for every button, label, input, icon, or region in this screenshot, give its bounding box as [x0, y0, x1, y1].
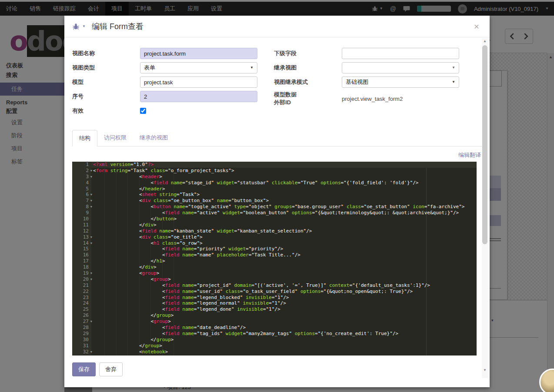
code-line: 12 <field name="kanban_state" widget="ka… [72, 228, 477, 234]
inherited-view-combobox[interactable]: ▼ [342, 62, 459, 73]
view-form: 视图名称 视图类型 表单▼ 模型 序号 [72, 48, 482, 116]
save-button[interactable]: 保存 [72, 362, 96, 376]
field-row-sequence: 序号 [72, 91, 258, 102]
field-row-inherit-mode: 视图继承模式 基础视图▼ [274, 76, 461, 88]
scrollbar-thumb[interactable] [482, 45, 487, 244]
modal-footer: 保存 舍弃 [64, 355, 490, 383]
field-row-view-type: 视图类型 表单▼ [72, 62, 258, 73]
code-line: 10 </button> [72, 216, 477, 222]
code-line: 4 <field name="stage_id" widget="statusb… [72, 180, 477, 186]
fold-caret-icon: ▼ [90, 198, 92, 204]
xml-code-editor[interactable]: 1<?xml version="1.0"?>2▼<form string="Ta… [72, 162, 477, 355]
code-line: 26 </group> [72, 312, 477, 319]
code-line: 28 <field name="date_deadline"/> [72, 325, 477, 331]
field-row-view-name: 视图名称 [72, 48, 258, 59]
code-line: 5 </header> [72, 186, 477, 192]
field-label: 模型数据外部ID [274, 91, 342, 106]
fold-caret-icon: ▼ [90, 349, 92, 355]
code-line: 22 <field name="user_id" class="o_task_u… [72, 289, 477, 295]
field-row-external-id: 模型数据外部ID project.view_task_form2 [274, 91, 461, 106]
code-line: 31 </group> [72, 343, 477, 349]
view-inherit-mode-select[interactable]: 基础视图▼ [342, 76, 459, 88]
fold-caret-icon: ▼ [90, 277, 92, 283]
fold-caret-icon: ▼ [90, 204, 92, 210]
modal-header: ▼ 编辑 Form查看 × [64, 16, 490, 37]
code-line: 32▼ <notebook> [72, 349, 477, 355]
fold-caret-icon: ▼ [90, 235, 92, 241]
tab[interactable]: 继承的视图 [133, 130, 174, 146]
edit-translations-link[interactable]: 编辑翻译 [458, 152, 481, 158]
code-line: 29 <field name="tag_ids" widget="many2ma… [72, 331, 477, 337]
tab[interactable]: 访问权限 [97, 130, 133, 146]
code-line: 15 <field name="priority" widget="priori… [72, 246, 477, 252]
code-line: 13▼ <div class="oe_title"> [72, 234, 477, 240]
field-row-active: 有效 [72, 105, 258, 116]
code-line: 9 <field name="active" widget="boolean_b… [72, 210, 477, 216]
field-label: 有效 [72, 107, 140, 115]
field-row-model: 模型 [72, 76, 258, 88]
modal-body: 视图名称 视图类型 表单▼ 模型 序号 [64, 37, 490, 355]
code-line: 17 </h1> [72, 258, 477, 264]
field-label: 序号 [72, 93, 140, 100]
code-line: 6▼ <sheet string="Task"> [72, 192, 477, 198]
code-line: 18 </div> [72, 264, 477, 270]
field-row-inherited-view: 继承视图 ▼ [274, 62, 461, 73]
tab[interactable]: 结构 [72, 130, 97, 146]
field-label: 模型 [72, 78, 140, 86]
edit-form-view-modal: ▼ 编辑 Form查看 × 视图名称 视图类型 表单▼ 模型 [64, 16, 490, 387]
field-label: 视图名称 [72, 50, 140, 57]
code-line: 14▼ <h1 class="o_row"> [72, 240, 477, 246]
fold-caret-icon: ▼ [90, 319, 92, 325]
field-label: 视图类型 [72, 64, 140, 72]
model-input[interactable] [140, 76, 257, 88]
dropdown-caret-icon: ▼ [452, 66, 455, 70]
view-name-input[interactable] [140, 48, 257, 59]
code-line: 1<?xml version="1.0"?> [72, 162, 477, 168]
close-icon[interactable]: × [474, 22, 479, 31]
fold-caret-icon: ▼ [90, 192, 92, 198]
external-id-value: project.view_task_form2 [342, 96, 403, 102]
code-line: 20▼ <group> [72, 276, 477, 282]
select-caret-icon: ▼ [250, 66, 254, 70]
debug-caret-icon[interactable]: ▼ [82, 24, 86, 28]
scroll-up-icon: ▲ [482, 38, 488, 44]
fold-caret-icon: ▼ [90, 168, 92, 174]
field-label: 下级字段 [274, 50, 342, 57]
field-row-child-field: 下级字段 [274, 48, 461, 59]
code-line: 19▼ <group> [72, 270, 477, 276]
code-line: 11 </div> [72, 222, 477, 228]
scroll-down-icon: ▼ [482, 368, 488, 372]
discard-button[interactable]: 舍弃 [99, 362, 123, 376]
translate-row: 编辑翻译 [72, 146, 482, 162]
code-line: 3▼ <header> [72, 174, 477, 180]
code-line: 2▼<form string="Task" class="o_form_proj… [72, 168, 477, 174]
code-line: 8▼ <button name="toggle_active" type="ob… [72, 204, 477, 210]
code-line: 24 <field name="legend_normal" invisible… [72, 300, 477, 306]
field-label: 继承视图 [274, 64, 342, 72]
sequence-input[interactable] [140, 91, 257, 102]
code-line: 16 <field name="name" placeholder="Task … [72, 252, 477, 258]
debug-bug-icon[interactable] [72, 23, 80, 30]
screen: 讨论销售链接跟踪会计项目工时单员工应用设置 ▼ @ Administrator … [0, 0, 554, 392]
field-label: 视图继承模式 [274, 78, 342, 86]
select-caret-icon: ▼ [452, 80, 455, 84]
modal-title: 编辑 Form查看 [92, 21, 144, 32]
code-line: 30 </group> [72, 337, 477, 343]
code-line: 21 <field name="project_id" domain="[('a… [72, 282, 477, 289]
code-line: 27▼ <group> [72, 319, 477, 325]
active-checkbox[interactable] [140, 108, 146, 114]
modal-scrollbar[interactable]: ▲ ▼ [482, 38, 488, 378]
fold-caret-icon: ▼ [90, 241, 92, 247]
view-type-select[interactable]: 表单▼ [140, 62, 257, 73]
code-line: 23 <field name="legend_blocked" invisibl… [72, 295, 477, 301]
fold-caret-icon: ▼ [90, 271, 92, 277]
code-line: 25 <field name="legend_done" invisible="… [72, 306, 477, 312]
code-lines: 1<?xml version="1.0"?>2▼<form string="Ta… [72, 162, 477, 355]
modal-tabs: 结构访问权限继承的视图 [72, 130, 482, 146]
fold-caret-icon: ▼ [90, 174, 92, 180]
code-line: 7▼ <div class="oe_button_box" name="butt… [72, 198, 477, 204]
child-field-input[interactable] [342, 48, 459, 59]
